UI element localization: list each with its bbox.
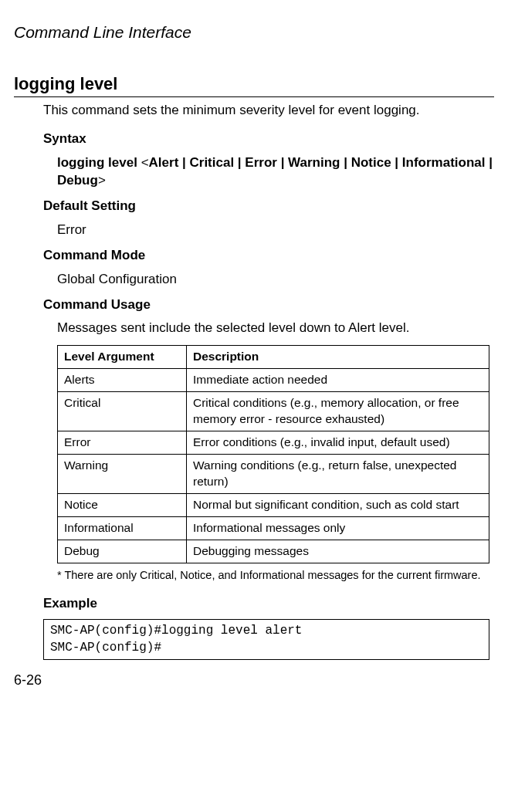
- table-header-row: Level Argument Description: [58, 346, 489, 369]
- cell-desc: Warning conditions (e.g., return false, …: [187, 455, 489, 494]
- cell-desc: Informational messages only: [187, 516, 489, 540]
- table-row: Alerts Immediate action needed: [58, 369, 489, 392]
- th-level-argument: Level Argument: [58, 346, 187, 369]
- cell-desc: Error conditions (e.g., invalid input, d…: [187, 431, 489, 455]
- section-heading: logging level: [14, 73, 494, 97]
- cell-arg: Alerts: [58, 369, 187, 392]
- cell-arg: Error: [58, 431, 187, 455]
- cell-desc: Debugging messages: [187, 540, 489, 563]
- cell-arg: Informational: [58, 516, 187, 540]
- table-row: Warning Warning conditions (e.g., return…: [58, 455, 489, 494]
- levels-table: Level Argument Description Alerts Immedi…: [57, 345, 489, 563]
- table-row: Informational Informational messages onl…: [58, 516, 489, 540]
- cell-arg: Notice: [58, 493, 187, 516]
- cell-arg: Critical: [58, 392, 187, 431]
- table-footnote: * There are only Critical, Notice, and I…: [65, 568, 494, 584]
- page-number: 6-26: [14, 671, 494, 689]
- cell-desc: Normal but significant condition, such a…: [187, 493, 489, 516]
- syntax-heading: Syntax: [43, 130, 494, 148]
- cell-desc: Immediate action needed: [187, 369, 489, 392]
- section-description: This command sets the minimum severity l…: [43, 102, 494, 120]
- syntax-text: logging level <Alert | Critical | Error …: [57, 154, 494, 190]
- example-code-block: SMC-AP(config)#logging level alert SMC-A…: [43, 619, 489, 660]
- example-heading: Example: [43, 595, 494, 613]
- cell-desc: Critical conditions (e.g., memory alloca…: [187, 392, 489, 431]
- command-usage-heading: Command Usage: [43, 296, 494, 314]
- table-row: Critical Critical conditions (e.g., memo…: [58, 392, 489, 431]
- table-row: Notice Normal but significant condition,…: [58, 493, 489, 516]
- cell-arg: Debug: [58, 540, 187, 563]
- chapter-title: Command Line Interface: [14, 22, 494, 43]
- cell-arg: Warning: [58, 455, 187, 494]
- command-mode-heading: Command Mode: [43, 247, 494, 265]
- command-usage-text: Messages sent include the selected level…: [57, 320, 494, 337]
- command-mode-value: Global Configuration: [57, 271, 494, 289]
- table-row: Debug Debugging messages: [58, 540, 489, 563]
- default-setting-value: Error: [57, 222, 494, 239]
- default-setting-heading: Default Setting: [43, 198, 494, 215]
- th-description: Description: [187, 346, 489, 369]
- table-row: Error Error conditions (e.g., invalid in…: [58, 431, 489, 455]
